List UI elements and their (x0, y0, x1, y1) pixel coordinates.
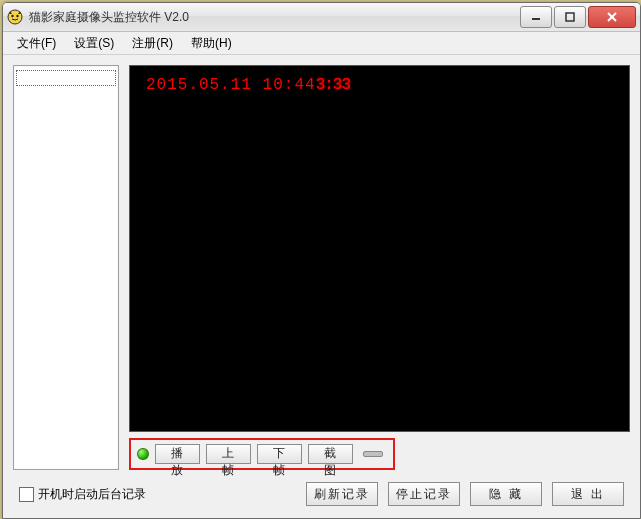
menu-help[interactable]: 帮助(H) (183, 33, 240, 54)
video-timestamp: 2015.05.11 10:443:33 (146, 76, 350, 94)
playback-slider[interactable] (363, 451, 383, 457)
svg-point-1 (11, 15, 13, 17)
timestamp-main: 2015.05.11 10:44 (146, 76, 316, 94)
menu-file[interactable]: 文件(F) (9, 33, 64, 54)
menu-register[interactable]: 注册(R) (124, 33, 181, 54)
play-button[interactable]: 播放 (155, 444, 200, 464)
recording-list[interactable] (13, 65, 119, 470)
close-button[interactable] (588, 6, 636, 28)
window-controls (518, 6, 636, 28)
upper-area: 2015.05.11 10:443:33 播放 上帧 下帧 截图 (13, 65, 630, 470)
title-bar: 猫影家庭摄像头监控软件 V2.0 (3, 3, 640, 32)
svg-rect-6 (566, 13, 574, 21)
minimize-button[interactable] (520, 6, 552, 28)
maximize-button[interactable] (554, 6, 586, 28)
stop-recording-button[interactable]: 停止记录 (388, 482, 460, 506)
video-panel: 2015.05.11 10:443:33 (129, 65, 630, 432)
screenshot-button[interactable]: 截图 (308, 444, 353, 464)
list-item[interactable] (16, 70, 116, 86)
autostart-label: 开机时启动后台记录 (38, 486, 146, 503)
playback-controls: 播放 上帧 下帧 截图 (129, 438, 395, 470)
status-indicator-icon (137, 448, 149, 460)
menu-settings[interactable]: 设置(S) (66, 33, 122, 54)
bottom-bar: 开机时启动后台记录 刷新记录 停止记录 隐 藏 退 出 (13, 478, 630, 508)
hide-button[interactable]: 隐 藏 (470, 482, 542, 506)
app-window: 猫影家庭摄像头监控软件 V2.0 文件(F) 设置(S) 注册(R) 帮助(H) (2, 2, 641, 519)
refresh-button[interactable]: 刷新记录 (306, 482, 378, 506)
next-frame-button[interactable]: 下帧 (257, 444, 302, 464)
timestamp-tail: 3:33 (316, 76, 350, 94)
window-title: 猫影家庭摄像头监控软件 V2.0 (29, 9, 518, 26)
prev-frame-button[interactable]: 上帧 (206, 444, 251, 464)
app-icon (7, 9, 23, 25)
client-area: 2015.05.11 10:443:33 播放 上帧 下帧 截图 开机时启动后台… (3, 55, 640, 518)
checkbox-icon (19, 487, 34, 502)
menu-bar: 文件(F) 设置(S) 注册(R) 帮助(H) (3, 32, 640, 55)
svg-point-2 (16, 15, 18, 17)
autostart-checkbox[interactable]: 开机时启动后台记录 (19, 486, 296, 503)
right-column: 2015.05.11 10:443:33 播放 上帧 下帧 截图 (129, 65, 630, 470)
exit-button[interactable]: 退 出 (552, 482, 624, 506)
